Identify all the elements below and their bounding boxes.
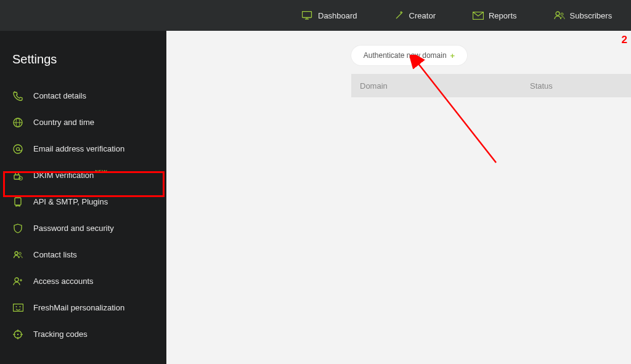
- svg-point-7: [556, 12, 560, 15]
- plus-icon: +: [450, 51, 455, 60]
- at-icon: [12, 144, 23, 155]
- nav-subscribers[interactable]: Subscribers: [554, 11, 613, 20]
- sidebar-item-contact-details[interactable]: Contact details: [0, 83, 166, 109]
- svg-point-19: [15, 278, 18, 281]
- sidebar-item-label: FreshMail personalization: [33, 303, 124, 312]
- sidebar-item-label: API & SMTP, Plugins: [33, 197, 108, 206]
- authenticate-domain-label: Authenticate new domain: [364, 51, 447, 60]
- lock-check-icon: [12, 170, 23, 181]
- svg-point-8: [561, 13, 563, 15]
- svg-point-12: [14, 145, 22, 153]
- sidebar-title: Settings: [0, 52, 166, 79]
- sidebar-item-label: DKIM verification: [33, 171, 94, 180]
- settings-sidebar: Settings Contact details Country and tim…: [0, 31, 166, 364]
- phone-icon: [12, 91, 23, 102]
- svg-point-22: [19, 306, 20, 307]
- mail-stat-icon: [473, 12, 484, 20]
- sidebar-item-personalization[interactable]: FreshMail personalization: [0, 294, 166, 321]
- nav-creator[interactable]: Creator: [394, 10, 436, 20]
- sidebar-item-label: Country and time: [33, 118, 94, 127]
- annotation-step-number: 2: [622, 34, 627, 46]
- authenticate-domain-button[interactable]: Authenticate new domain +: [351, 46, 467, 65]
- nav-label: Reports: [489, 11, 517, 20]
- nav-label: Dashboard: [318, 11, 357, 20]
- sidebar-item-label: Tracking codes: [33, 330, 88, 339]
- people-icon: [554, 11, 565, 20]
- wand-icon: [394, 10, 404, 20]
- svg-rect-16: [15, 198, 21, 205]
- sidebar-item-tracking-codes[interactable]: Tracking codes: [0, 321, 166, 347]
- nav-label: Subscribers: [570, 11, 613, 20]
- nav-label: Creator: [409, 11, 436, 20]
- column-domain: Domain: [351, 81, 530, 91]
- nav-reports[interactable]: Reports: [473, 11, 517, 20]
- sidebar-item-label: Email address verification: [33, 144, 124, 153]
- person-auth-icon: [12, 276, 23, 287]
- sidebar-item-label: Password and security: [33, 224, 114, 233]
- people-icon: [12, 249, 23, 261]
- target-icon: [12, 329, 23, 340]
- shield-icon: [12, 223, 23, 234]
- sidebar-item-country-time[interactable]: Country and time: [0, 109, 166, 135]
- globe-icon: [12, 117, 23, 128]
- svg-point-17: [15, 251, 18, 254]
- svg-point-24: [17, 333, 18, 334]
- sidebar-item-label: Contact lists: [33, 250, 77, 259]
- sidebar-item-access-accounts[interactable]: Access accounts: [0, 268, 166, 294]
- monitor-icon: [302, 11, 313, 20]
- sidebar-item-label: Access accounts: [33, 277, 94, 286]
- sidebar-item-password-security[interactable]: Password and security: [0, 215, 166, 241]
- sidebar-item-dkim-verification[interactable]: DKIM verification NEW: [0, 162, 166, 188]
- nav-dashboard[interactable]: Dashboard: [302, 11, 357, 20]
- svg-point-21: [15, 306, 17, 307]
- badge-icon: [12, 196, 23, 208]
- main-content: Authenticate new domain + Domain Status: [166, 31, 631, 364]
- column-status: Status: [530, 81, 553, 91]
- top-nav: Dashboard Creator Reports Subscribers: [0, 0, 631, 31]
- domain-table-header: Domain Status: [351, 74, 631, 97]
- sidebar-item-api-smtp[interactable]: API & SMTP, Plugins: [0, 188, 166, 215]
- sidebar-item-email-verification[interactable]: Email address verification: [0, 135, 166, 162]
- settings-list: Contact details Country and time Email a…: [0, 83, 166, 347]
- new-badge: NEW: [95, 169, 107, 174]
- sidebar-item-label: Contact details: [33, 91, 86, 100]
- svg-rect-0: [303, 12, 312, 18]
- svg-point-13: [17, 147, 20, 150]
- svg-point-18: [19, 252, 22, 254]
- sidebar-item-contact-lists[interactable]: Contact lists: [0, 241, 166, 268]
- mail-face-icon: [12, 302, 23, 313]
